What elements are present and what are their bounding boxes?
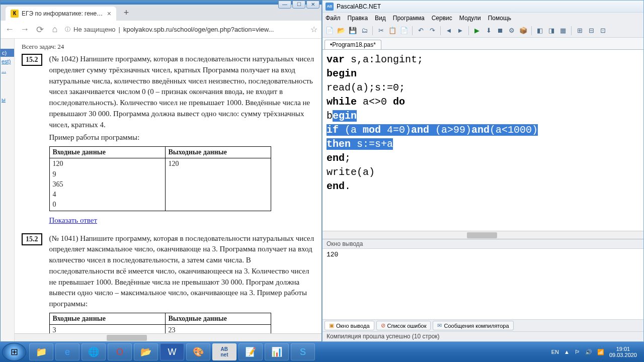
- browser-tab[interactable]: К ЕГЭ по информатике: генерато ×: [6, 7, 116, 21]
- pascal-icon[interactable]: ABnet: [212, 343, 236, 360]
- system-tray: EN ▲ 🏳 🔊 📶 19:01 09.03.2020: [551, 346, 642, 358]
- app-icon[interactable]: 📊: [265, 343, 289, 360]
- save-all-icon[interactable]: 🗂: [359, 26, 369, 36]
- opera-icon[interactable]: O: [108, 343, 132, 360]
- show-answer-link[interactable]: Показать ответ: [49, 215, 97, 226]
- ide-titlebar: AB PascalABC.NET: [323, 1, 643, 13]
- example-table: Входные данныеВыходные данные 120 9 365 …: [49, 146, 271, 211]
- toolbar: 📄 📂 💾 🗂 ✂ 📋 📄 ↶ ↷ ◄ ► ▶ ⬇ ⏹ ⚙ 📦 ◧ ◨ ▦ ⊞ …: [323, 24, 643, 38]
- sidebar-link[interactable]: ы: [1, 95, 14, 104]
- output-body: 120: [323, 249, 643, 319]
- sidebar-link[interactable]: est): [1, 57, 14, 66]
- code-editor[interactable]: var s,a:longint; begin read(a);s:=0; whi…: [323, 50, 643, 231]
- skype-icon[interactable]: S: [291, 343, 315, 360]
- word-icon[interactable]: W: [160, 343, 184, 360]
- menu-file[interactable]: Файл: [326, 15, 341, 22]
- new-tab-button[interactable]: +: [119, 6, 133, 20]
- window-controls: — ☐ ✕: [278, 1, 319, 9]
- flag-icon[interactable]: ▲: [564, 349, 570, 355]
- nav-back-icon[interactable]: ◄: [444, 26, 454, 36]
- close-button[interactable]: ✕: [306, 1, 319, 9]
- horizontal-scrollbar[interactable]: [15, 333, 321, 341]
- task-number: 15.2: [22, 54, 42, 66]
- url-field[interactable]: ⓘ Не защищено | kpolyakov.spb.ru/school/…: [65, 26, 305, 33]
- maximize-button[interactable]: ☐: [292, 1, 305, 9]
- volume-icon[interactable]: 🔊: [585, 349, 592, 355]
- new-file-icon[interactable]: 📄: [325, 26, 335, 36]
- step-icon[interactable]: ⬇: [484, 26, 494, 36]
- task-block: 15.2 (№ 1041) Напишите программу, котора…: [22, 233, 314, 341]
- editor-hscroll[interactable]: [323, 231, 643, 239]
- bookmark-icon[interactable]: ☆: [310, 25, 317, 34]
- output-panel: Окно вывода 120: [323, 239, 643, 319]
- tab-compiler[interactable]: ✉Сообщения компилятора: [433, 321, 513, 330]
- address-bar: ← → ⟳ ⌂ ⓘ Не защищено | kpolyakov.spb.ru…: [1, 21, 321, 39]
- win3-icon[interactable]: ⊡: [598, 26, 608, 36]
- ide-window: AB PascalABC.NET Файл Правка Вид Програм…: [322, 0, 644, 342]
- status-bar: Компиляция прошла успешно (10 строк): [323, 331, 643, 341]
- network-icon[interactable]: 📶: [597, 349, 604, 355]
- undo-icon[interactable]: ↶: [416, 26, 426, 36]
- win2-icon[interactable]: ⊟: [586, 26, 596, 36]
- build-icon[interactable]: ⚙: [507, 26, 517, 36]
- run-icon[interactable]: ▶: [472, 26, 482, 36]
- menu-modules[interactable]: Модули: [459, 15, 481, 22]
- tab-output[interactable]: ▣Окно вывода: [325, 321, 374, 330]
- task-count: Всего задач: 24: [22, 43, 314, 51]
- explorer-icon[interactable]: 📁: [29, 343, 53, 360]
- menu-bar: Файл Правка Вид Программа Сервис Модули …: [323, 13, 643, 24]
- tab-close-icon[interactable]: ×: [107, 10, 111, 18]
- stop-icon[interactable]: ⏹: [495, 26, 505, 36]
- bottom-tabstrip: ▣Окно вывода ⊘Список ошибок ✉Сообщения к…: [323, 319, 643, 331]
- win-icon[interactable]: ⊞: [575, 26, 585, 36]
- favicon-icon: К: [11, 10, 19, 18]
- reload-button[interactable]: ⟳: [35, 24, 45, 35]
- task-body: (№ 1041) Напишите программу, которая в п…: [49, 233, 315, 341]
- lang-indicator[interactable]: EN: [551, 349, 559, 355]
- redo-icon[interactable]: ↷: [427, 26, 437, 36]
- browser-titlebar: [1, 1, 321, 5]
- tab-errors[interactable]: ⊘Список ошибок: [376, 321, 431, 330]
- nav-fwd-icon[interactable]: ►: [455, 26, 465, 36]
- action-center-icon[interactable]: 🏳: [575, 349, 580, 355]
- panel3-icon[interactable]: ▦: [558, 26, 568, 36]
- chrome-icon[interactable]: 🌐: [82, 343, 106, 360]
- security-label: Не защищено: [73, 26, 116, 33]
- left-sidebar: c) est) ... ы: [1, 39, 15, 341]
- save-icon[interactable]: 💾: [348, 26, 358, 36]
- tab-strip: К ЕГЭ по информатике: генерато × +: [1, 5, 321, 21]
- paste-icon[interactable]: 📄: [399, 26, 409, 36]
- menu-service[interactable]: Сервис: [432, 15, 452, 22]
- task-number: 15.2: [22, 233, 42, 245]
- sidebar-link[interactable]: ...: [1, 66, 14, 75]
- paint-icon[interactable]: 🎨: [186, 343, 210, 360]
- tab-title: ЕГЭ по информатике: генерато: [22, 10, 104, 17]
- notepad-icon[interactable]: 📝: [238, 343, 263, 360]
- page-content: c) est) ... ы Всего задач: 24 15.2 (№ 10…: [1, 39, 321, 341]
- forward-button[interactable]: →: [20, 24, 30, 35]
- panel-icon[interactable]: ◧: [535, 26, 545, 36]
- menu-edit[interactable]: Правка: [348, 15, 368, 22]
- menu-help[interactable]: Помощь: [488, 15, 511, 22]
- windows-icon: ⊞: [11, 346, 18, 357]
- home-button[interactable]: ⌂: [50, 24, 60, 35]
- back-button[interactable]: ←: [5, 24, 15, 35]
- menu-view[interactable]: Вид: [375, 15, 386, 22]
- example-label: Пример работы программы:: [49, 132, 315, 143]
- compile-icon[interactable]: 📦: [518, 26, 528, 36]
- editor-tab[interactable]: •Program18.pas*: [325, 40, 381, 49]
- panel2-icon[interactable]: ◨: [546, 26, 556, 36]
- task-body: (№ 1042) Напишите программу, которая в п…: [49, 54, 315, 226]
- start-button[interactable]: ⊞: [2, 343, 26, 361]
- menu-program[interactable]: Программа: [393, 15, 425, 22]
- copy-icon[interactable]: 📋: [387, 26, 397, 36]
- sidebar-header: c): [1, 49, 14, 57]
- open-icon[interactable]: 📂: [336, 26, 346, 36]
- page-body: Всего задач: 24 15.2 (№ 1042) Напишите п…: [15, 39, 321, 341]
- ie-icon[interactable]: e: [55, 343, 79, 360]
- clock[interactable]: 19:01 09.03.2020: [609, 346, 637, 358]
- cut-icon[interactable]: ✂: [376, 26, 386, 36]
- browser-window: — ☐ ✕ К ЕГЭ по информатике: генерато × +…: [0, 0, 322, 342]
- minimize-button[interactable]: —: [278, 1, 291, 9]
- folder-icon[interactable]: 📂: [134, 343, 158, 360]
